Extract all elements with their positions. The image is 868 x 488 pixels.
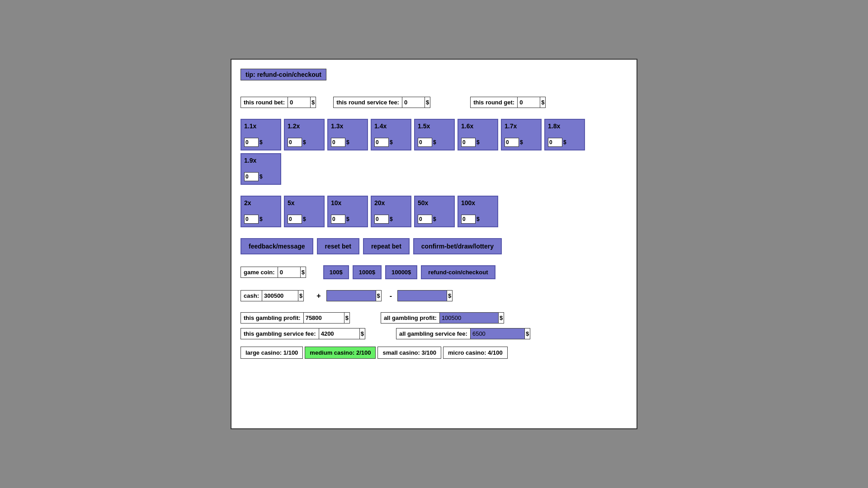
feedback-button[interactable]: feedback/message: [241, 238, 313, 254]
multiplier-cell-1.4x[interactable]: 1.4x$: [371, 119, 411, 150]
multiplier-cell-1.3x[interactable]: 1.3x$: [327, 119, 368, 150]
round-get-input[interactable]: [518, 97, 540, 108]
multiplier-unit-5x: $: [303, 216, 306, 222]
multiplier-input-2x[interactable]: [244, 215, 259, 224]
confirm-bet-button[interactable]: confirm-bet/draw/lottery: [413, 238, 502, 254]
multiplier-input-1.7x[interactable]: [505, 138, 519, 147]
this-fee-label: this gambling service fee:: [241, 328, 319, 339]
game-coin-row: game coin: $ 100$ 1000$ 10000$ refund-co…: [241, 265, 627, 279]
multiplier-unit-20x: $: [390, 216, 393, 222]
multiplier-cell-100x[interactable]: 100x$: [458, 196, 498, 227]
multiplier-unit-1.4x: $: [390, 139, 393, 145]
multiplier-input-20x[interactable]: [374, 215, 389, 224]
round-bet-unit: $: [311, 97, 316, 108]
multiplier-cell-1.1x[interactable]: 1.1x$: [241, 119, 281, 150]
cash-group: cash: $: [241, 290, 304, 301]
multiplier-cell-5x[interactable]: 5x$: [284, 196, 325, 227]
multiplier-cell-1.9x[interactable]: 1.9x$: [241, 153, 281, 185]
multiplier-input-1.5x[interactable]: [418, 138, 432, 147]
all-fee-input[interactable]: [471, 328, 525, 339]
round-bet-label: this round bet:: [241, 97, 288, 108]
refund-button[interactable]: refund-coin/checkout: [421, 265, 495, 279]
this-profit-unit: $: [344, 312, 350, 324]
round-fee-unit: $: [425, 97, 430, 108]
multiplier-unit-1.3x: $: [346, 139, 349, 145]
all-fee-group: all gambling service fee: $: [396, 328, 530, 339]
multiplier-cell-1.2x[interactable]: 1.2x$: [284, 119, 325, 150]
action-buttons-row: feedback/message reset bet repeat bet co…: [241, 238, 627, 254]
coin-10000-button[interactable]: 10000$: [385, 265, 417, 279]
multiplier-cell-50x[interactable]: 50x$: [414, 196, 455, 227]
round-fee-group: this round service fee: $: [333, 97, 430, 108]
multiplier-input-10x[interactable]: [331, 215, 345, 224]
repeat-bet-button[interactable]: repeat bet: [363, 238, 410, 254]
coin-100-button[interactable]: 100$: [323, 265, 349, 279]
cash-row: cash: $ + $ - $: [241, 290, 627, 301]
multiplier-cell-10x[interactable]: 10x$: [327, 196, 368, 227]
multiplier-label-1.6x: 1.6x: [461, 122, 495, 130]
multiplier-input-100x[interactable]: [461, 215, 476, 224]
fee-row: this gambling service fee: $ all gamblin…: [241, 328, 627, 339]
multiplier-cell-1.7x[interactable]: 1.7x$: [501, 119, 542, 150]
multiplier-input-1.8x[interactable]: [548, 138, 562, 147]
multiplier-label-50x: 50x: [418, 199, 451, 206]
all-fee-unit: $: [525, 328, 530, 339]
multiplier-input-1.4x[interactable]: [374, 138, 389, 147]
round-fee-input[interactable]: [402, 97, 425, 108]
multiplier-label-1.2x: 1.2x: [288, 122, 321, 130]
multiplier-input-1.6x[interactable]: [461, 138, 476, 147]
cash-sub-input[interactable]: [397, 290, 447, 301]
reset-bet-button[interactable]: reset bet: [317, 238, 359, 254]
all-profit-input[interactable]: [440, 312, 499, 324]
cash-add-input[interactable]: [326, 290, 376, 301]
multiplier-cell-1.5x[interactable]: 1.5x$: [414, 119, 455, 150]
multiplier-label-1.4x: 1.4x: [374, 122, 408, 130]
game-coin-unit: $: [301, 267, 306, 278]
cash-input[interactable]: [262, 290, 298, 301]
multiplier-unit-2x: $: [259, 216, 263, 222]
this-fee-unit: $: [360, 328, 365, 339]
game-coin-group: game coin: $: [241, 267, 306, 278]
cash-add-unit: $: [376, 290, 382, 301]
all-profit-label: all gambling profit:: [381, 312, 440, 324]
multiplier-cell-1.8x[interactable]: 1.8x$: [544, 119, 585, 150]
this-profit-label: this gambling profit:: [241, 312, 304, 324]
multiplier-label-20x: 20x: [374, 199, 408, 206]
multiplier-input-1.1x[interactable]: [244, 138, 259, 147]
multiplier-unit-50x: $: [433, 216, 436, 222]
profit-row: this gambling profit: $ all gambling pro…: [241, 312, 627, 324]
multiplier-input-1.9x[interactable]: [244, 172, 259, 181]
multiplier-row2: 2x$5x$10x$20x$50x$100x$: [241, 196, 627, 227]
multiplier-label-1.1x: 1.1x: [244, 122, 278, 130]
multiplier-unit-1.5x: $: [433, 139, 436, 145]
coin-1000-button[interactable]: 1000$: [353, 265, 382, 279]
multiplier-label-10x: 10x: [331, 199, 364, 206]
multiplier-cell-20x[interactable]: 20x$: [371, 196, 411, 227]
casino-badge-1: medium casino: 2/100: [305, 347, 376, 359]
multiplier-input-1.3x[interactable]: [331, 138, 345, 147]
multiplier-input-50x[interactable]: [418, 215, 432, 224]
this-profit-input[interactable]: [304, 312, 344, 324]
plus-sign: +: [316, 292, 321, 300]
multiplier-row1: 1.1x$1.2x$1.3x$1.4x$1.5x$1.6x$1.7x$1.8x$…: [241, 119, 627, 185]
round-bet-input[interactable]: [288, 97, 311, 108]
casino-badge-3: micro casino: 4/100: [443, 347, 508, 359]
game-coin-label: game coin:: [241, 267, 278, 278]
this-fee-input[interactable]: [319, 328, 360, 339]
multiplier-unit-1.8x: $: [563, 139, 566, 145]
round-bet-group: this round bet: $: [241, 97, 316, 108]
casino-badge-0: large casino: 1/100: [241, 347, 303, 359]
round-get-group: this round get: $: [470, 97, 546, 108]
multiplier-input-5x[interactable]: [288, 215, 302, 224]
round-get-label: this round get:: [470, 97, 518, 108]
multiplier-unit-1.1x: $: [259, 139, 263, 145]
multiplier-label-5x: 5x: [288, 199, 321, 206]
this-fee-group: this gambling service fee: $: [241, 328, 365, 339]
multiplier-cell-2x[interactable]: 2x$: [241, 196, 281, 227]
multiplier-label-1.7x: 1.7x: [505, 122, 538, 130]
multiplier-input-1.2x[interactable]: [288, 138, 302, 147]
multiplier-label-1.5x: 1.5x: [418, 122, 451, 130]
cash-sub-group: $: [397, 290, 453, 301]
game-coin-input[interactable]: [278, 267, 301, 278]
multiplier-cell-1.6x[interactable]: 1.6x$: [458, 119, 498, 150]
